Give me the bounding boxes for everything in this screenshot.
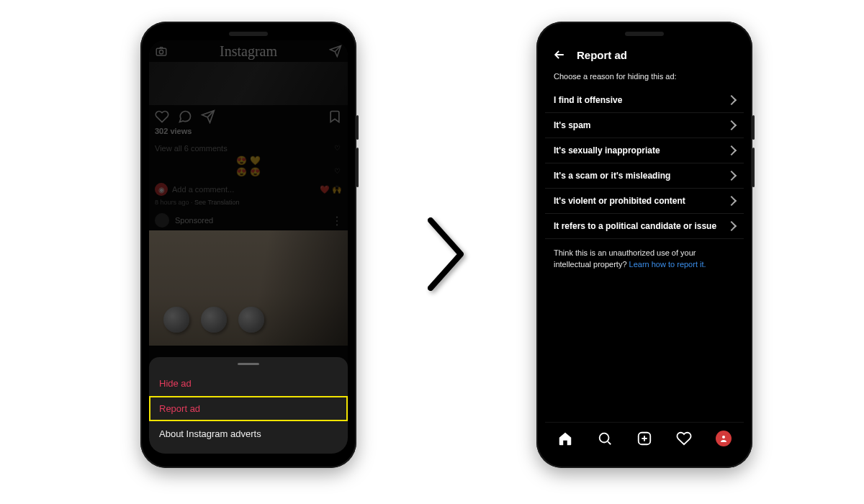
action-sheet: Hide ad Report ad About Instagram advert…	[149, 357, 348, 454]
comment-like-icon[interactable]: ♡	[334, 144, 341, 152]
reason-option[interactable]: It refers to a political candidate or is…	[545, 214, 744, 239]
chevron-right-icon	[726, 120, 737, 130]
phone-side-button	[356, 148, 359, 187]
avatar: ◉	[155, 183, 168, 196]
screen-right: Report ad Choose a reason for hiding thi…	[545, 40, 744, 454]
send-icon[interactable]	[329, 45, 342, 58]
phone-side-button	[356, 115, 359, 140]
reason-option[interactable]: It's sexually inappropriate	[545, 138, 744, 163]
views-count: 302 views	[149, 125, 348, 140]
ip-notice: Think this is an unauthorized use of you…	[545, 239, 744, 271]
phone-side-button	[752, 148, 755, 187]
reason-list: I find it offensive It's spam It's sexua…	[545, 88, 744, 239]
comment-emoji-line: 😍 😍 ♡	[149, 167, 348, 180]
reason-option[interactable]: It's a scam or it's misleading	[545, 163, 744, 189]
sponsored-header: Sponsored ⋯	[149, 210, 348, 230]
screen-left: Instagram 302 views View a	[149, 40, 348, 454]
chevron-right-icon	[726, 95, 737, 105]
tutorial-two-phones: Instagram 302 views View a	[0, 0, 864, 504]
ad-image[interactable]	[149, 230, 348, 346]
quick-emoji[interactable]: ❤️ 🙌	[320, 185, 342, 194]
chevron-right-icon	[726, 145, 737, 156]
add-comment-row[interactable]: ◉ Add a comment... ❤️ 🙌	[149, 180, 348, 199]
app-topbar: Instagram	[149, 40, 348, 62]
report-header: Report ad	[545, 40, 744, 69]
post-action-bar	[149, 105, 348, 125]
instagram-feed: Instagram 302 views View a	[149, 40, 348, 454]
chevron-right-icon	[726, 196, 737, 206]
svg-rect-0	[156, 48, 166, 55]
more-options-icon[interactable]: ⋯	[331, 215, 343, 226]
post-timestamp: 8 hours ago · See Translation	[149, 199, 348, 210]
sponsored-label: Sponsored	[175, 216, 213, 225]
chevron-right-icon	[726, 221, 737, 231]
sheet-about-adverts[interactable]: About Instagram adverts	[149, 421, 348, 446]
report-subtitle: Choose a reason for hiding this ad:	[545, 69, 744, 88]
learn-how-link[interactable]: Learn how to report it.	[629, 260, 706, 269]
activity-icon[interactable]	[676, 431, 692, 446]
bookmark-icon[interactable]	[328, 109, 342, 124]
camera-icon[interactable]	[155, 45, 168, 58]
share-icon[interactable]	[201, 109, 215, 124]
chevron-right-icon	[726, 171, 737, 181]
comment-emoji-line: 😍 💛	[149, 154, 348, 167]
see-translation-link[interactable]: See Translation	[194, 199, 240, 206]
page-title: Report ad	[577, 49, 627, 61]
reason-option[interactable]: It's spam	[545, 113, 744, 138]
comment-icon[interactable]	[178, 109, 192, 124]
svg-point-2	[599, 433, 608, 442]
svg-point-4	[722, 436, 725, 438]
avatar[interactable]	[155, 213, 169, 228]
sheet-report-ad[interactable]: Report ad	[149, 396, 348, 421]
phone-frame-left: Instagram 302 views View a	[140, 22, 356, 468]
phone-frame-right: Report ad Choose a reason for hiding thi…	[536, 22, 752, 468]
add-post-icon[interactable]	[636, 431, 652, 446]
comment-like-icon[interactable]: ♡	[334, 167, 341, 175]
post-image	[149, 62, 348, 105]
svg-point-1	[159, 50, 163, 54]
home-icon[interactable]	[557, 431, 573, 446]
back-icon[interactable]	[552, 48, 567, 62]
bottom-navigation	[545, 422, 744, 454]
sheet-grab-handle[interactable]	[238, 363, 259, 365]
comment-placeholder: Add a comment...	[172, 185, 234, 194]
reason-option[interactable]: I find it offensive	[545, 88, 744, 113]
search-icon[interactable]	[597, 431, 613, 446]
profile-icon[interactable]	[716, 431, 732, 446]
flow-arrow-icon	[425, 215, 468, 297]
view-all-comments[interactable]: View all 6 comments ♡	[149, 140, 348, 154]
phone-side-button	[752, 115, 755, 140]
app-logo: Instagram	[220, 43, 277, 60]
reason-option[interactable]: It's violent or prohibited content	[545, 189, 744, 214]
like-icon[interactable]	[155, 109, 169, 124]
sheet-hide-ad[interactable]: Hide ad	[149, 371, 348, 396]
